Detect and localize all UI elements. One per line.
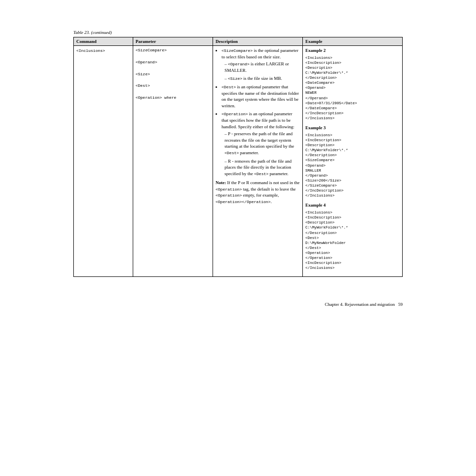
cell-description: <SizeCompare> is the optional parameter … bbox=[213, 46, 303, 277]
col-parameter: Parameter bbox=[133, 37, 213, 46]
param-3: <Size> bbox=[136, 71, 210, 77]
note-text: Note: If the P or R command is not used … bbox=[216, 180, 300, 205]
param-2: <Operand> bbox=[136, 59, 210, 65]
example-3-code: <Inclusions> <IncDescription> <Descripti… bbox=[305, 133, 400, 199]
example-4: Example 4 <Inclusions> <IncDescription> … bbox=[305, 202, 400, 270]
col-description: Description bbox=[213, 37, 303, 46]
sub-item-3b: R - removes the path of the file and pla… bbox=[225, 158, 300, 177]
param-4: <Dest> bbox=[136, 83, 210, 88]
sub-list-1: <Operand> is either LARGER or SMALLER. <… bbox=[222, 61, 300, 82]
example-3-title: Example 3 bbox=[305, 125, 400, 131]
col-example: Example bbox=[303, 37, 403, 46]
description-list: <SizeCompare> is the optional parameter … bbox=[216, 47, 300, 177]
example-2-title: Example 2 bbox=[305, 47, 400, 54]
col-command: Command bbox=[74, 37, 133, 46]
example-4-title: Example 4 bbox=[305, 202, 400, 209]
command-value: <Inclusions> bbox=[76, 48, 105, 53]
sub-item-3a: P - preserves the path of the file and r… bbox=[225, 131, 300, 156]
sub-list-3: P - preserves the path of the file and r… bbox=[222, 131, 300, 177]
table-row: <Inclusions> <SizeCompare> <Operand> <Si… bbox=[74, 46, 403, 277]
footer-page: 59 bbox=[398, 302, 403, 307]
sub-item-1a: <Operand> is either LARGER or SMALLER. bbox=[225, 61, 300, 73]
sub-item-1b: <Size> is the file size in MB. bbox=[225, 75, 300, 82]
main-table: Command Parameter Description Example <I… bbox=[73, 37, 403, 277]
example-2: Example 2 <Inclusions> <IncDescription> … bbox=[305, 47, 400, 121]
example-4-code: <Inclusions> <IncDescription> <Descripti… bbox=[305, 210, 400, 271]
desc-item-2: <Dest> is an optional parameter that spe… bbox=[222, 84, 300, 109]
footer-chapter: Chapter 4. Rejuvenation and migration bbox=[325, 302, 395, 307]
table-caption: Table 23. (continued) bbox=[73, 30, 403, 35]
example-2-code: <Inclusions> <IncDescription> <Descripti… bbox=[305, 55, 400, 121]
param-5: <Operation> where bbox=[136, 95, 210, 100]
cell-example: Example 2 <Inclusions> <IncDescription> … bbox=[303, 46, 403, 277]
desc-item-1: <SizeCompare> is the optional parameter … bbox=[222, 47, 300, 82]
desc-item-3: <Operation> is an optional parameter tha… bbox=[222, 111, 300, 177]
example-3: Example 3 <Inclusions> <IncDescription> … bbox=[305, 125, 400, 198]
cell-command: <Inclusions> bbox=[74, 46, 133, 277]
param-1: <SizeCompare> bbox=[136, 47, 210, 53]
page-footer: Chapter 4. Rejuvenation and migration 59 bbox=[63, 297, 413, 307]
cell-parameter: <SizeCompare> <Operand> <Size> <Dest> <O… bbox=[133, 46, 213, 277]
